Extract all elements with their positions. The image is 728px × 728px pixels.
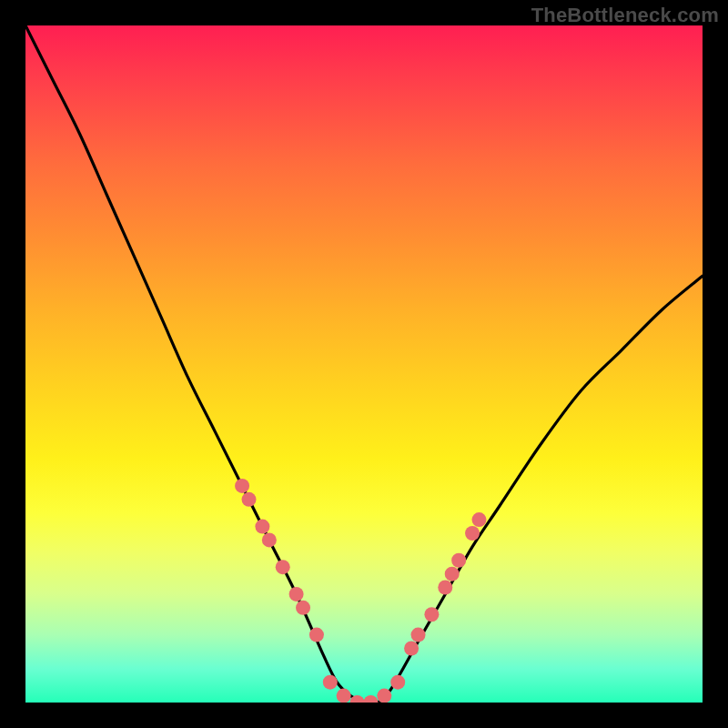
data-marker (323, 675, 338, 690)
bottleneck-curve-svg (25, 25, 703, 703)
data-marker (451, 553, 466, 568)
data-marker (337, 689, 351, 703)
data-marker (411, 628, 426, 642)
plot-area (25, 25, 703, 703)
data-marker (390, 675, 405, 690)
data-marker (404, 641, 419, 655)
data-marker (276, 560, 290, 574)
data-marker (445, 567, 460, 581)
data-marker (289, 587, 304, 602)
data-marker (350, 695, 365, 710)
data-marker (438, 581, 452, 595)
data-marker (296, 601, 310, 615)
data-marker (424, 607, 439, 622)
data-marker (242, 492, 257, 507)
data-marker (255, 520, 269, 534)
data-marker (471, 512, 486, 527)
data-marker (235, 479, 249, 493)
watermark-text: TheBottleneck.com (531, 4, 719, 27)
data-marker (309, 628, 324, 642)
data-marker (465, 526, 480, 541)
data-marker (262, 532, 277, 547)
bottleneck-curve (25, 25, 703, 703)
data-marker (363, 695, 378, 710)
data-marker (377, 689, 391, 703)
data-markers (235, 479, 486, 710)
chart-canvas: TheBottleneck.com (0, 0, 728, 728)
